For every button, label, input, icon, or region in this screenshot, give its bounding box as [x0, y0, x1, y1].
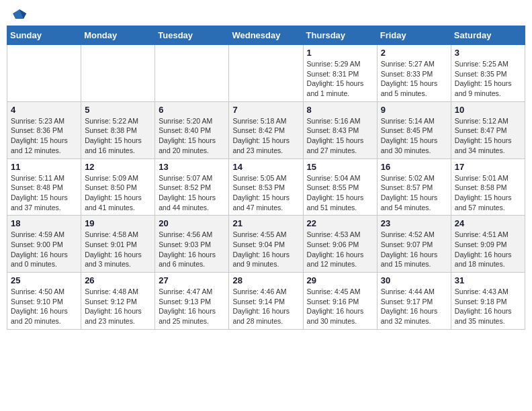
- day-number: 21: [232, 218, 299, 228]
- day-cell: 14Sunrise: 5:05 AM Sunset: 8:53 PM Dayli…: [229, 158, 303, 216]
- day-info: Sunrise: 5:05 AM Sunset: 8:53 PM Dayligh…: [232, 173, 299, 213]
- logo-icon: [13, 9, 26, 20]
- day-info: Sunrise: 4:45 AM Sunset: 9:16 PM Dayligh…: [307, 287, 373, 326]
- day-info: Sunrise: 5:23 AM Sunset: 8:36 PM Dayligh…: [11, 116, 77, 156]
- day-cell: [155, 45, 229, 102]
- day-info: Sunrise: 5:02 AM Sunset: 8:57 PM Dayligh…: [381, 173, 447, 213]
- day-cell: 12Sunrise: 5:09 AM Sunset: 8:50 PM Dayli…: [81, 158, 155, 216]
- day-info: Sunrise: 5:22 AM Sunset: 8:38 PM Dayligh…: [85, 116, 151, 156]
- day-cell: 16Sunrise: 5:02 AM Sunset: 8:57 PM Dayli…: [377, 158, 451, 216]
- day-info: Sunrise: 5:14 AM Sunset: 8:45 PM Dayligh…: [381, 116, 447, 156]
- day-cell: 6Sunrise: 5:20 AM Sunset: 8:40 PM Daylig…: [155, 101, 229, 158]
- day-number: 10: [455, 105, 521, 115]
- day-info: Sunrise: 4:55 AM Sunset: 9:04 PM Dayligh…: [232, 230, 299, 269]
- day-info: Sunrise: 4:50 AM Sunset: 9:10 PM Dayligh…: [11, 287, 77, 326]
- day-cell: 1Sunrise: 5:29 AM Sunset: 8:31 PM Daylig…: [303, 45, 377, 102]
- day-number: 16: [381, 162, 447, 172]
- day-cell: 26Sunrise: 4:48 AM Sunset: 9:12 PM Dayli…: [81, 273, 155, 330]
- day-cell: 30Sunrise: 4:44 AM Sunset: 9:17 PM Dayli…: [377, 273, 451, 330]
- week-row-5: 25Sunrise: 4:50 AM Sunset: 9:10 PM Dayli…: [7, 273, 525, 330]
- day-number: 23: [381, 218, 447, 228]
- day-cell: 5Sunrise: 5:22 AM Sunset: 8:38 PM Daylig…: [81, 101, 155, 158]
- day-info: Sunrise: 4:56 AM Sunset: 9:03 PM Dayligh…: [159, 230, 225, 269]
- day-number: 12: [85, 162, 151, 172]
- day-cell: 2Sunrise: 5:27 AM Sunset: 8:33 PM Daylig…: [377, 45, 451, 102]
- day-info: Sunrise: 4:46 AM Sunset: 9:14 PM Dayligh…: [232, 287, 299, 326]
- day-cell: [7, 45, 81, 102]
- day-cell: 22Sunrise: 4:53 AM Sunset: 9:06 PM Dayli…: [303, 216, 377, 273]
- day-number: 29: [307, 275, 373, 285]
- day-info: Sunrise: 5:04 AM Sunset: 8:55 PM Dayligh…: [307, 173, 373, 213]
- day-number: 8: [307, 105, 373, 115]
- day-number: 13: [159, 162, 225, 172]
- day-info: Sunrise: 4:47 AM Sunset: 9:13 PM Dayligh…: [159, 287, 225, 326]
- day-number: 3: [455, 48, 521, 58]
- day-info: Sunrise: 5:25 AM Sunset: 8:35 PM Dayligh…: [455, 59, 521, 99]
- day-cell: 4Sunrise: 5:23 AM Sunset: 8:36 PM Daylig…: [7, 101, 81, 158]
- day-cell: 24Sunrise: 4:51 AM Sunset: 9:09 PM Dayli…: [451, 216, 525, 273]
- day-info: Sunrise: 4:58 AM Sunset: 9:01 PM Dayligh…: [85, 230, 151, 269]
- header-wednesday: Wednesday: [229, 26, 303, 45]
- day-cell: 10Sunrise: 5:12 AM Sunset: 8:47 PM Dayli…: [451, 101, 525, 158]
- day-number: 25: [11, 275, 77, 285]
- day-info: Sunrise: 5:11 AM Sunset: 8:48 PM Dayligh…: [11, 173, 77, 213]
- day-cell: 17Sunrise: 5:01 AM Sunset: 8:58 PM Dayli…: [451, 158, 525, 216]
- day-info: Sunrise: 5:29 AM Sunset: 8:31 PM Dayligh…: [307, 59, 373, 99]
- day-info: Sunrise: 4:59 AM Sunset: 9:00 PM Dayligh…: [11, 230, 77, 269]
- header-sunday: Sunday: [7, 26, 81, 45]
- page-header: [7, 7, 525, 20]
- day-cell: 28Sunrise: 4:46 AM Sunset: 9:14 PM Dayli…: [229, 273, 303, 330]
- day-info: Sunrise: 4:44 AM Sunset: 9:17 PM Dayligh…: [381, 287, 447, 326]
- day-info: Sunrise: 5:07 AM Sunset: 8:52 PM Dayligh…: [159, 173, 225, 213]
- day-cell: 15Sunrise: 5:04 AM Sunset: 8:55 PM Dayli…: [303, 158, 377, 216]
- day-cell: 13Sunrise: 5:07 AM Sunset: 8:52 PM Dayli…: [155, 158, 229, 216]
- day-number: 4: [11, 105, 77, 115]
- day-number: 19: [85, 218, 151, 228]
- header-monday: Monday: [81, 26, 155, 45]
- logo: [12, 9, 26, 17]
- day-cell: 9Sunrise: 5:14 AM Sunset: 8:45 PM Daylig…: [377, 101, 451, 158]
- day-number: 6: [159, 105, 225, 115]
- day-cell: 25Sunrise: 4:50 AM Sunset: 9:10 PM Dayli…: [7, 273, 81, 330]
- day-number: 26: [85, 275, 151, 285]
- day-number: 2: [381, 48, 447, 58]
- week-row-2: 4Sunrise: 5:23 AM Sunset: 8:36 PM Daylig…: [7, 101, 525, 158]
- day-number: 28: [232, 275, 299, 285]
- day-info: Sunrise: 5:12 AM Sunset: 8:47 PM Dayligh…: [455, 116, 521, 156]
- day-number: 17: [455, 162, 521, 172]
- day-cell: 3Sunrise: 5:25 AM Sunset: 8:35 PM Daylig…: [451, 45, 525, 102]
- day-number: 27: [159, 275, 225, 285]
- calendar-table: SundayMondayTuesdayWednesdayThursdayFrid…: [7, 26, 525, 330]
- day-cell: 20Sunrise: 4:56 AM Sunset: 9:03 PM Dayli…: [155, 216, 229, 273]
- day-cell: 21Sunrise: 4:55 AM Sunset: 9:04 PM Dayli…: [229, 216, 303, 273]
- day-number: 20: [159, 218, 225, 228]
- header-tuesday: Tuesday: [155, 26, 229, 45]
- header-thursday: Thursday: [303, 26, 377, 45]
- day-info: Sunrise: 5:20 AM Sunset: 8:40 PM Dayligh…: [159, 116, 225, 156]
- week-row-1: 1Sunrise: 5:29 AM Sunset: 8:31 PM Daylig…: [7, 45, 525, 102]
- day-info: Sunrise: 4:43 AM Sunset: 9:18 PM Dayligh…: [455, 287, 521, 326]
- day-number: 5: [85, 105, 151, 115]
- day-info: Sunrise: 4:48 AM Sunset: 9:12 PM Dayligh…: [85, 287, 151, 326]
- day-number: 31: [455, 275, 521, 285]
- week-row-3: 11Sunrise: 5:11 AM Sunset: 8:48 PM Dayli…: [7, 158, 525, 216]
- day-info: Sunrise: 5:16 AM Sunset: 8:43 PM Dayligh…: [307, 116, 373, 156]
- day-cell: 29Sunrise: 4:45 AM Sunset: 9:16 PM Dayli…: [303, 273, 377, 330]
- day-cell: 8Sunrise: 5:16 AM Sunset: 8:43 PM Daylig…: [303, 101, 377, 158]
- day-cell: 31Sunrise: 4:43 AM Sunset: 9:18 PM Dayli…: [451, 273, 525, 330]
- day-cell: 19Sunrise: 4:58 AM Sunset: 9:01 PM Dayli…: [81, 216, 155, 273]
- day-number: 30: [381, 275, 447, 285]
- day-number: 9: [381, 105, 447, 115]
- day-info: Sunrise: 5:18 AM Sunset: 8:42 PM Dayligh…: [232, 116, 299, 156]
- day-info: Sunrise: 5:01 AM Sunset: 8:58 PM Dayligh…: [455, 173, 521, 213]
- day-info: Sunrise: 4:53 AM Sunset: 9:06 PM Dayligh…: [307, 230, 373, 269]
- day-cell: [229, 45, 303, 102]
- day-number: 22: [307, 218, 373, 228]
- day-info: Sunrise: 4:51 AM Sunset: 9:09 PM Dayligh…: [455, 230, 521, 269]
- day-cell: 18Sunrise: 4:59 AM Sunset: 9:00 PM Dayli…: [7, 216, 81, 273]
- day-info: Sunrise: 5:27 AM Sunset: 8:33 PM Dayligh…: [381, 59, 447, 99]
- day-number: 1: [307, 48, 373, 58]
- day-cell: 7Sunrise: 5:18 AM Sunset: 8:42 PM Daylig…: [229, 101, 303, 158]
- day-cell: 27Sunrise: 4:47 AM Sunset: 9:13 PM Dayli…: [155, 273, 229, 330]
- day-info: Sunrise: 4:52 AM Sunset: 9:07 PM Dayligh…: [381, 230, 447, 269]
